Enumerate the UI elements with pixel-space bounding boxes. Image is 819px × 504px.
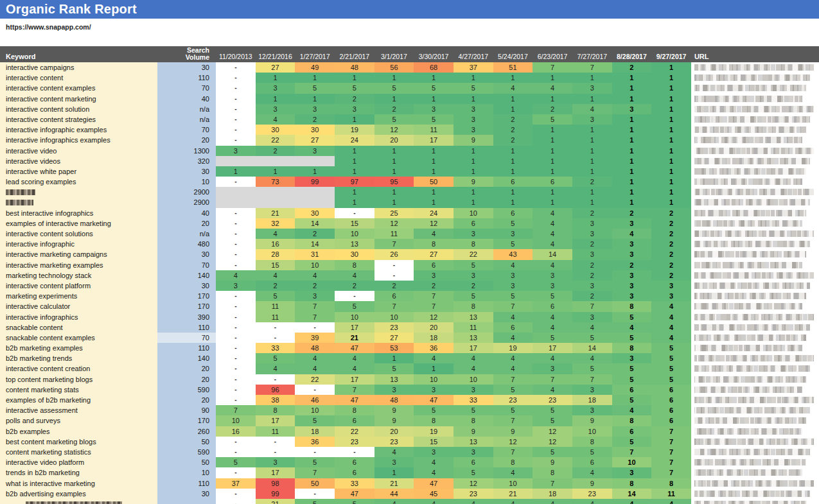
- url-cell-redacted[interactable]: [691, 426, 819, 437]
- keyword-cell[interactable]: what is interactive marketing: [0, 478, 157, 489]
- url-cell-redacted[interactable]: [691, 322, 819, 333]
- rank-cell[interactable]: -: [216, 229, 256, 239]
- rank-cell[interactable]: 6: [335, 457, 374, 467]
- rank-cell[interactable]: 2: [533, 104, 572, 114]
- rank-cell[interactable]: 1: [651, 197, 691, 207]
- search-volume-cell[interactable]: 590: [157, 447, 216, 457]
- rank-cell[interactable]: 24: [414, 208, 454, 218]
- rank-cell[interactable]: -: [216, 499, 256, 504]
- search-volume-cell[interactable]: 30: [157, 489, 216, 499]
- rank-cell[interactable]: 5: [414, 114, 454, 125]
- search-volume-cell[interactable]: 1300: [157, 146, 216, 156]
- rank-cell[interactable]: 2: [651, 229, 691, 239]
- rank-cell[interactable]: -: [295, 322, 335, 333]
- rank-cell[interactable]: 9: [454, 135, 493, 145]
- rank-cell[interactable]: 10: [612, 457, 652, 467]
- rank-cell[interactable]: 8: [651, 478, 691, 489]
- rank-cell[interactable]: 99: [256, 489, 295, 499]
- rank-cell[interactable]: -: [295, 489, 335, 499]
- search-volume-cell[interactable]: 110: [157, 343, 216, 353]
- rank-cell[interactable]: 4: [493, 499, 533, 504]
- rank-cell[interactable]: 1: [216, 166, 256, 177]
- rank-cell[interactable]: 5: [572, 447, 612, 457]
- url-cell-redacted[interactable]: [691, 395, 819, 405]
- rank-cell[interactable]: 3: [651, 291, 691, 301]
- rank-cell[interactable]: 6: [335, 415, 374, 426]
- rank-cell[interactable]: 13: [374, 374, 414, 385]
- rank-cell[interactable]: 3: [493, 281, 533, 291]
- rank-cell[interactable]: 7: [335, 385, 374, 395]
- rank-cell[interactable]: 1: [651, 83, 691, 93]
- rank-cell[interactable]: 19: [335, 125, 374, 135]
- rank-cell[interactable]: 6: [651, 405, 691, 415]
- keyword-cell[interactable]: interactive content strategies: [0, 114, 157, 125]
- rank-cell[interactable]: -: [216, 322, 256, 333]
- rank-cell[interactable]: 53: [374, 343, 414, 353]
- rank-cell[interactable]: 2: [572, 260, 612, 270]
- rank-cell[interactable]: 3: [454, 447, 493, 457]
- rank-cell[interactable]: [216, 197, 256, 207]
- rank-cell[interactable]: 23: [493, 395, 533, 405]
- rank-cell[interactable]: 17: [335, 374, 374, 385]
- rank-cell[interactable]: 2: [612, 208, 652, 218]
- rank-cell[interactable]: 1: [414, 166, 454, 177]
- rank-cell[interactable]: 8: [454, 239, 493, 249]
- rank-cell[interactable]: 7: [651, 467, 691, 478]
- rank-cell[interactable]: 1: [651, 166, 691, 177]
- rank-cell[interactable]: 1: [572, 156, 612, 166]
- rank-cell[interactable]: 95: [374, 177, 414, 187]
- rank-cell[interactable]: 1: [533, 135, 572, 145]
- rank-cell[interactable]: 1: [572, 73, 612, 83]
- rank-cell[interactable]: 4: [454, 499, 493, 504]
- rank-cell[interactable]: 10: [454, 208, 493, 218]
- rank-cell[interactable]: 5: [374, 363, 414, 374]
- rank-cell[interactable]: 19: [493, 343, 533, 353]
- date-column-header[interactable]: 6/23/2017: [533, 46, 572, 62]
- keyword-cell[interactable]: interactive marketing examples: [0, 260, 157, 270]
- rank-cell[interactable]: [256, 187, 295, 197]
- keyword-cell[interactable]: interactive content creation: [0, 363, 157, 374]
- keyword-cell[interactable]: b2b marketing examples: [0, 343, 157, 353]
- rank-cell[interactable]: 7: [295, 312, 335, 322]
- search-volume-cell[interactable]: 70: [157, 333, 216, 343]
- rank-cell[interactable]: 4: [533, 385, 572, 395]
- rank-cell[interactable]: 2: [572, 239, 612, 249]
- rank-cell[interactable]: 6: [493, 177, 533, 187]
- rank-cell[interactable]: 1: [454, 94, 493, 104]
- rank-cell[interactable]: 4: [256, 229, 295, 239]
- rank-cell[interactable]: -: [216, 208, 256, 218]
- rank-cell[interactable]: -: [335, 447, 374, 457]
- rank-cell[interactable]: 2: [651, 260, 691, 270]
- rank-cell[interactable]: -: [216, 218, 256, 229]
- search-volume-cell[interactable]: 30: [157, 249, 216, 259]
- keyword-cell[interactable]: b2b marketing trends: [0, 353, 157, 363]
- rank-cell[interactable]: 7: [533, 62, 572, 73]
- rank-cell[interactable]: 10: [454, 374, 493, 385]
- date-column-header[interactable]: 9/27/2017: [651, 46, 691, 62]
- rank-cell[interactable]: 1: [612, 146, 652, 156]
- rank-cell[interactable]: 8: [454, 301, 493, 311]
- rank-cell[interactable]: 5: [454, 467, 493, 478]
- keyword-cell[interactable]: interactive content marketing: [0, 94, 157, 104]
- rank-cell[interactable]: 4: [533, 218, 572, 229]
- rank-cell[interactable]: 8: [493, 457, 533, 467]
- rank-cell[interactable]: 7: [493, 301, 533, 311]
- url-cell-redacted[interactable]: [691, 353, 819, 363]
- rank-cell[interactable]: 48: [335, 62, 374, 73]
- rank-cell[interactable]: 30: [295, 208, 335, 218]
- rank-cell[interactable]: 1: [335, 156, 374, 166]
- search-volume-cell[interactable]: 30: [157, 281, 216, 291]
- rank-cell[interactable]: -: [216, 260, 256, 270]
- rank-cell[interactable]: 12: [493, 437, 533, 447]
- rank-cell[interactable]: 7: [533, 478, 572, 489]
- rank-cell[interactable]: 3: [533, 363, 572, 374]
- rank-cell[interactable]: 1: [493, 156, 533, 166]
- rank-cell[interactable]: 1: [612, 125, 652, 135]
- rank-cell[interactable]: 4: [533, 229, 572, 239]
- rank-cell[interactable]: 4: [651, 301, 691, 311]
- rank-cell[interactable]: 4: [414, 499, 454, 504]
- rank-cell[interactable]: 17: [414, 135, 454, 145]
- date-column-header[interactable]: 2/21/2017: [335, 46, 374, 62]
- rank-cell[interactable]: 5: [493, 385, 533, 395]
- rank-cell[interactable]: 1: [493, 187, 533, 197]
